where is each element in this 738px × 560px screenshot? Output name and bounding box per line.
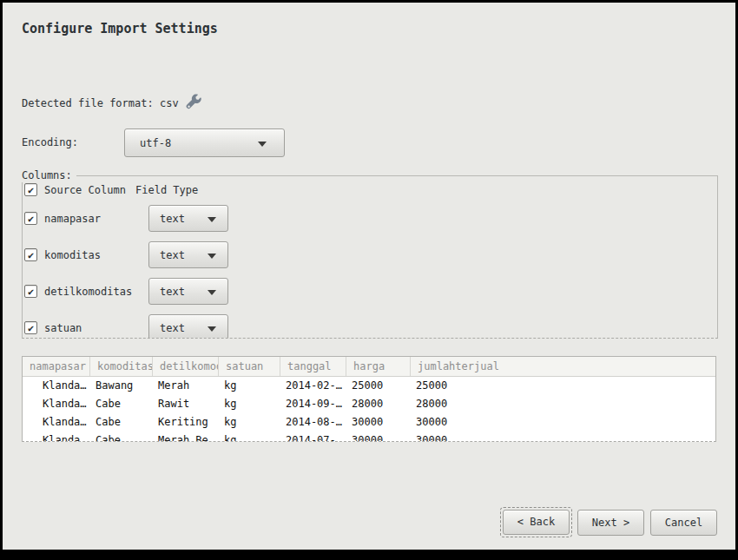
column-name: satuan (44, 322, 82, 335)
field-type-select[interactable]: text (148, 278, 228, 305)
table-cell: 2014-09-… (280, 395, 346, 413)
table-cell: Cabe (90, 413, 153, 432)
select-all-checkbox[interactable] (24, 183, 37, 196)
table-cell: 2014-08-… (280, 413, 346, 432)
column-header: harga (346, 357, 411, 376)
column-checkbox[interactable] (24, 321, 37, 334)
file-format-label: Detected file format: (22, 97, 154, 109)
wrench-icon[interactable] (186, 94, 202, 110)
table-cell: 28000 (411, 395, 715, 413)
table-cell: Merah Be… (153, 432, 219, 442)
column-header: namapasar (23, 357, 90, 376)
column-checkbox[interactable] (24, 285, 37, 298)
table-cell: Rawit (153, 395, 219, 413)
table-row: Klanda… Cabe Keriting kg 2014-08-… 30000… (23, 413, 715, 432)
cancel-button[interactable]: Cancel (650, 510, 717, 536)
column-header: satuan (219, 357, 280, 376)
table-cell: kg (219, 377, 280, 395)
table-cell: 2014-07-… (280, 432, 346, 442)
table-cell: Merah (153, 377, 219, 395)
table-cell: Cabe (90, 432, 153, 442)
columns-legend: Columns: (19, 168, 76, 182)
column-name: namapasar (44, 213, 101, 226)
field-type-select[interactable]: text (148, 205, 228, 232)
field-type-value: text (149, 279, 185, 304)
field-type-value: text (149, 315, 185, 339)
table-cell: Klanda… (23, 395, 90, 413)
table-cell: Klanda… (23, 413, 90, 432)
table-cell: Klanda… (23, 432, 90, 442)
preview-table-header: namapasar komoditas detilkomod satuan ta… (23, 357, 715, 377)
table-cell: 28000 (346, 395, 411, 413)
file-format-value: csv (160, 97, 179, 109)
table-cell: 25000 (346, 377, 411, 395)
columns-frame: Source Column Field Type namapasar text … (22, 175, 718, 339)
column-checkbox[interactable] (24, 248, 37, 261)
table-cell: 30000 (411, 413, 715, 432)
table-row: Klanda… Cabe Merah Be… kg 2014-07-… 3000… (23, 432, 715, 442)
source-column-header: Source Column (44, 184, 126, 197)
table-cell: kg (219, 432, 280, 442)
field-type-select[interactable]: text (148, 241, 228, 268)
encoding-label: Encoding: (22, 135, 78, 149)
table-cell: 30000 (411, 432, 715, 442)
table-cell: Cabe (90, 395, 153, 413)
table-cell: 30000 (346, 432, 411, 442)
chevron-down-icon (258, 142, 267, 147)
column-header: detilkomod (153, 357, 219, 376)
table-cell: Keriting (153, 413, 219, 432)
column-header: jumlahterjual (411, 357, 715, 376)
encoding-selected-value: utf-8 (125, 129, 171, 156)
preview-table: namapasar komoditas detilkomod satuan ta… (22, 356, 716, 442)
table-cell: kg (219, 413, 280, 432)
page-title: Configure Import Settings (22, 21, 218, 36)
file-format-row: Detected file format: csv (22, 95, 179, 112)
table-cell: 25000 (411, 377, 715, 395)
table-cell: Bawang (90, 377, 153, 395)
next-button[interactable]: Next > (577, 510, 644, 536)
import-settings-dialog: Configure Import Settings Detected file … (0, 0, 738, 560)
back-button-focus-ring: < Back (500, 507, 572, 537)
chevron-down-icon (208, 290, 216, 295)
column-checkbox[interactable] (24, 212, 37, 225)
chevron-down-icon (208, 217, 216, 222)
table-cell: 30000 (346, 413, 411, 432)
table-cell: Klanda… (23, 377, 90, 395)
table-cell: kg (219, 395, 280, 413)
field-type-select[interactable]: text (148, 314, 228, 339)
chevron-down-icon (208, 326, 216, 332)
field-type-value: text (149, 242, 185, 267)
column-name: komoditas (44, 249, 101, 262)
column-name: detilkomoditas (44, 286, 132, 299)
back-button[interactable]: < Back (503, 510, 570, 535)
column-header: tanggal (280, 357, 346, 376)
table-row: Klanda… Cabe Rawit kg 2014-09-… 28000 28… (23, 395, 715, 413)
field-type-value: text (149, 206, 185, 231)
encoding-select[interactable]: utf-8 (124, 128, 285, 157)
column-header: komoditas (90, 357, 153, 376)
table-cell: 2014-02-… (280, 377, 346, 395)
field-type-header: Field Type (135, 184, 198, 197)
chevron-down-icon (208, 254, 216, 259)
table-row: Klanda… Bawang Merah kg 2014-02-… 25000 … (23, 377, 715, 395)
